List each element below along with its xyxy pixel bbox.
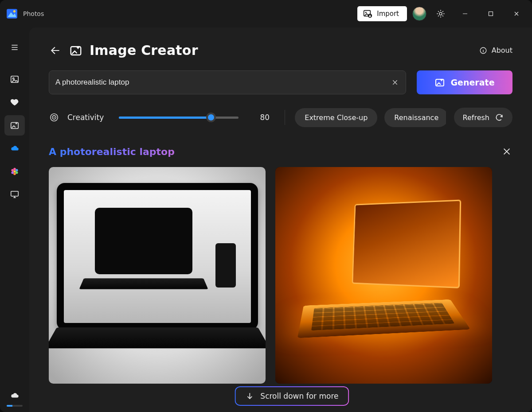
- page-title: Image Creator: [90, 43, 198, 58]
- monitor-icon: [10, 190, 20, 199]
- flower-icon: [10, 167, 20, 176]
- sidebar-item-onedrive[interactable]: [4, 138, 25, 159]
- svg-point-9: [13, 78, 14, 79]
- user-avatar[interactable]: [412, 7, 426, 21]
- svg-point-4: [365, 12, 367, 13]
- result-image-1[interactable]: [49, 167, 266, 384]
- settings-button[interactable]: [433, 6, 449, 22]
- refresh-icon: [495, 113, 504, 122]
- app-icon: [6, 8, 18, 19]
- result-image-2[interactable]: [275, 167, 492, 384]
- prompt-input-wrap[interactable]: [49, 70, 406, 94]
- creativity-slider[interactable]: [119, 113, 239, 122]
- svg-point-17: [11, 169, 14, 172]
- style-chip-renaissance[interactable]: Renaissance: [384, 108, 446, 127]
- creativity-label: Creativity: [67, 113, 104, 122]
- style-chip-extreme-closeup[interactable]: Extreme Close-up: [295, 108, 377, 127]
- results-header: A photorealistic laptop: [49, 146, 512, 157]
- about-button[interactable]: About: [479, 46, 512, 54]
- minimize-button[interactable]: [452, 4, 478, 24]
- image-icon: [10, 74, 20, 84]
- sync-progress-bar: [7, 405, 23, 407]
- sparkle-image-icon: [10, 120, 20, 130]
- info-icon: [479, 47, 487, 54]
- gear-icon: [436, 9, 446, 19]
- maximize-button[interactable]: [478, 4, 504, 24]
- controls-row: Creativity 80 Extreme Close-up Renaissan…: [49, 108, 512, 127]
- import-button[interactable]: Import: [357, 6, 407, 21]
- sidebar: [0, 27, 29, 412]
- app-window: Photos Import: [0, 0, 532, 412]
- close-results-button[interactable]: [501, 146, 512, 157]
- prompt-row: Generate: [49, 70, 512, 94]
- style-suggestions: Extreme Close-up Renaissance: [295, 108, 446, 127]
- svg-point-11: [13, 170, 16, 173]
- close-icon: [391, 79, 399, 86]
- svg-rect-7: [489, 12, 493, 16]
- svg-point-12: [13, 168, 16, 171]
- image-creator-icon: [69, 44, 82, 57]
- sidebar-item-favorites[interactable]: [4, 92, 25, 113]
- window-controls: [452, 4, 529, 24]
- svg-point-14: [16, 171, 18, 174]
- generate-label: Generate: [450, 78, 494, 87]
- svg-point-13: [16, 169, 18, 172]
- close-button[interactable]: [504, 4, 529, 24]
- sidebar-sync-status[interactable]: [4, 388, 25, 402]
- scroll-more-button[interactable]: Scroll down for more: [235, 387, 348, 405]
- clear-prompt-button[interactable]: [391, 78, 399, 87]
- arrow-down-icon: [245, 392, 254, 400]
- prompt-input[interactable]: [55, 78, 391, 87]
- creativity-icon: [49, 112, 59, 123]
- sidebar-item-menu[interactable]: [4, 37, 25, 58]
- sparkle-image-icon: [434, 77, 445, 88]
- about-label: About: [492, 46, 512, 54]
- slider-thumb[interactable]: [206, 113, 216, 122]
- scroll-more-label: Scroll down for more: [260, 392, 338, 400]
- results-grid: [49, 167, 512, 384]
- results-title: A photorealistic laptop: [49, 146, 175, 157]
- refresh-suggestions-button[interactable]: Refresh: [454, 108, 512, 127]
- divider: [285, 110, 285, 125]
- svg-rect-18: [11, 191, 19, 196]
- close-icon: [502, 147, 512, 156]
- svg-point-15: [13, 173, 16, 175]
- svg-point-2: [13, 10, 16, 12]
- import-icon: [363, 9, 372, 19]
- svg-point-16: [11, 171, 14, 174]
- sidebar-item-image-creator[interactable]: [4, 115, 25, 136]
- back-button[interactable]: [49, 44, 62, 57]
- main-panel: Image Creator About: [29, 27, 532, 412]
- cloud-onedrive-icon: [10, 144, 20, 153]
- heart-icon: [10, 97, 20, 107]
- page-header: Image Creator About: [49, 43, 512, 58]
- sidebar-item-icloud[interactable]: [4, 161, 25, 182]
- hamburger-icon: [10, 43, 19, 52]
- generate-button[interactable]: Generate: [417, 70, 512, 94]
- sidebar-item-gallery[interactable]: [4, 69, 25, 89]
- titlebar: Photos Import: [0, 0, 532, 27]
- import-label: Import: [377, 10, 399, 18]
- svg-point-6: [439, 12, 442, 15]
- sidebar-item-devices[interactable]: [4, 184, 25, 205]
- refresh-label: Refresh: [463, 113, 489, 122]
- cloud-icon: [10, 390, 20, 400]
- app-title: Photos: [23, 10, 44, 17]
- svg-point-24: [54, 117, 55, 118]
- sidebar-bottom: [4, 388, 25, 412]
- arrow-left-icon: [50, 45, 61, 56]
- creativity-value: 80: [254, 113, 275, 122]
